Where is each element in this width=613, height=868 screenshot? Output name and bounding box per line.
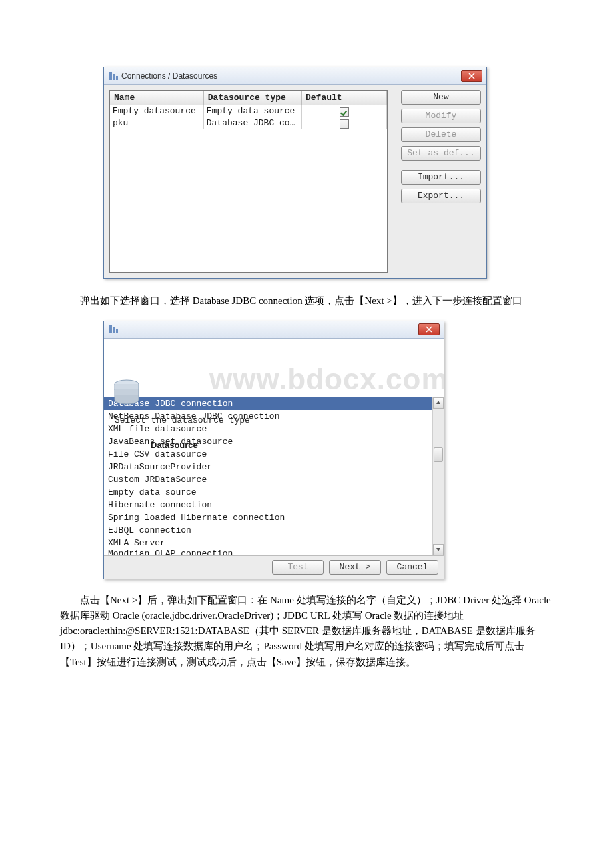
list-item[interactable]: Mondrian OLAP connection: [104, 549, 432, 555]
datasource-type-dialog: www.bdocx.com Datasource Select the data…: [103, 321, 444, 579]
dialog1-buttons: New Modify Delete Set as def... Import..…: [401, 90, 481, 273]
svg-rect-1: [113, 74, 115, 80]
table-row[interactable]: pku Database JDBC co...: [110, 117, 387, 129]
table-header: Name Datasource type Default: [110, 91, 387, 105]
list-item[interactable]: Empty data source: [104, 486, 432, 499]
svg-rect-3: [109, 325, 112, 333]
cell-name: Empty datasource: [110, 105, 204, 117]
checkbox-icon[interactable]: [340, 107, 349, 117]
list-item[interactable]: Database JDBC connection: [104, 397, 432, 410]
cell-default: [302, 105, 387, 117]
watermark-text: www.bdocx.com: [209, 363, 444, 395]
import-button[interactable]: Import...: [401, 170, 481, 185]
paragraph-2: 点击【Next >】后，弹出如下配置窗口：在 Name 处填写连接的名字（自定义…: [60, 593, 553, 670]
wizard-title: Datasource: [151, 440, 444, 450]
scroll-down-icon[interactable]: [433, 544, 444, 555]
app-icon: [108, 71, 119, 81]
dialog1-title: Connections / Datasources: [121, 71, 461, 81]
paragraph-1: 弹出如下选择窗口，选择 Database JDBC connection 选项，…: [60, 293, 553, 309]
modify-button[interactable]: Modify: [401, 109, 481, 123]
cell-default: [302, 117, 387, 129]
app-icon: [108, 324, 119, 335]
test-button[interactable]: Test: [272, 560, 324, 575]
dialog2-title: [121, 325, 418, 334]
svg-rect-5: [116, 329, 118, 333]
svg-rect-2: [116, 76, 118, 80]
new-button[interactable]: New: [401, 90, 481, 105]
database-icon: [111, 377, 143, 409]
list-item[interactable]: Spring loaded Hibernate connection: [104, 511, 432, 524]
col-name: Name: [110, 91, 204, 105]
list-item[interactable]: EJBQL connection: [104, 524, 432, 537]
wizard-subtitle: Select the datasource type: [115, 415, 444, 425]
connections-dialog: Connections / Datasources Name Datasourc…: [103, 67, 487, 279]
col-type: Datasource type: [204, 91, 302, 105]
scroll-track[interactable]: [433, 409, 444, 544]
delete-button[interactable]: Delete: [401, 127, 481, 142]
export-button[interactable]: Export...: [401, 189, 481, 203]
list-item[interactable]: XMLA Server: [104, 537, 432, 549]
table-row[interactable]: Empty datasource Empty data source: [110, 105, 387, 117]
list-item[interactable]: JRDataSourceProvider: [104, 461, 432, 473]
wizard-header: www.bdocx.com Datasource Select the data…: [104, 339, 444, 397]
datasource-table[interactable]: Name Datasource type Default Empty datas…: [109, 90, 388, 273]
cancel-button[interactable]: Cancel: [386, 560, 438, 575]
scroll-up-icon[interactable]: [433, 397, 444, 409]
dialog2-titlebar: [104, 321, 444, 339]
cell-type: Database JDBC co...: [204, 117, 302, 129]
cell-type: Empty data source: [204, 105, 302, 117]
svg-rect-0: [109, 72, 112, 80]
close-icon[interactable]: [418, 323, 440, 335]
svg-rect-4: [113, 327, 115, 333]
cell-name: pku: [110, 117, 204, 129]
list-item[interactable]: Hibernate connection: [104, 499, 432, 511]
col-default: Default: [302, 91, 387, 105]
set-default-button[interactable]: Set as def...: [401, 146, 481, 161]
list-item[interactable]: Custom JRDataSource: [104, 473, 432, 486]
dialog1-titlebar: Connections / Datasources: [104, 67, 486, 85]
wizard-buttons: Test Next > Cancel: [104, 556, 444, 579]
close-icon[interactable]: [461, 70, 482, 82]
checkbox-icon[interactable]: [340, 119, 349, 129]
next-button[interactable]: Next >: [329, 560, 381, 575]
